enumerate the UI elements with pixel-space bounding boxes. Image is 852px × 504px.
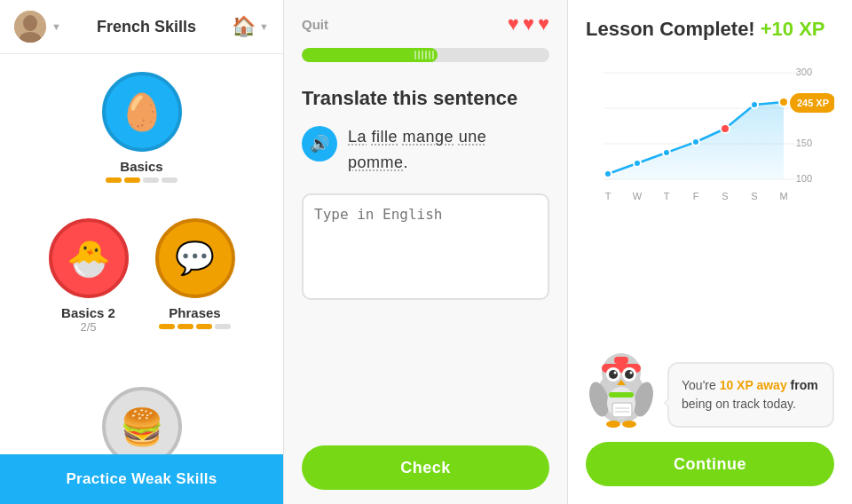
message-part2: being on track today.	[682, 397, 796, 411]
progress-track	[302, 48, 549, 62]
svg-text:S: S	[751, 191, 757, 201]
skill-basics2[interactable]: 🐣 Basics 2 2/5	[49, 218, 129, 334]
svg-text:T: T	[664, 191, 670, 201]
skill-row-1: 🐣 Basics 2 2/5 💬 Phrases	[49, 218, 235, 351]
svg-point-36	[614, 372, 617, 374]
left-header: ▼ French Skills 🏠 ▼	[0, 0, 283, 54]
message-bubble: You're 10 XP away from being on track to…	[667, 362, 834, 428]
svg-text:300: 300	[796, 67, 812, 77]
svg-text:S: S	[722, 191, 728, 201]
middle-panel: Quit ♥ ♥ ♥ Translate this sentence 🔊	[284, 0, 568, 504]
mid-header: Quit ♥ ♥ ♥	[284, 0, 567, 48]
chevron-down-icon: ▼	[259, 21, 269, 32]
shop-area[interactable]: 🏠 ▼	[232, 15, 269, 38]
speaker-button[interactable]: 🔊	[302, 126, 337, 161]
shop-icon: 🏠	[232, 15, 256, 38]
svg-text:245 XP: 245 XP	[797, 98, 829, 108]
left-panel: ▼ French Skills 🏠 ▼ 🥚 Basics	[0, 0, 284, 504]
translate-label: Translate this sentence	[302, 87, 549, 110]
lesson-complete-header: Lesson Complete! +10 XP	[586, 18, 834, 41]
basics-label: Basics	[120, 159, 162, 174]
svg-point-1	[23, 15, 37, 31]
heart-1: ♥	[508, 12, 519, 35]
heart-2: ♥	[523, 12, 534, 35]
svg-point-25	[779, 98, 788, 106]
phrases-progress	[159, 324, 231, 329]
progress-fill	[302, 48, 438, 62]
right-panel: Lesson Complete! +10 XP 300 200 150 100 …	[568, 0, 852, 504]
skill-phrases[interactable]: 💬 Phrases	[155, 218, 235, 334]
page-title: French Skills	[97, 18, 196, 36]
message-part1: You're	[682, 378, 720, 392]
mid-footer: Check	[284, 431, 567, 504]
skill-basics[interactable]: 🥚 Basics	[102, 72, 182, 183]
svg-point-21	[663, 149, 670, 156]
left-chevron-icon: ▼	[51, 21, 61, 32]
svg-point-43	[606, 421, 620, 428]
basics2-circle: 🐣	[49, 218, 129, 298]
xp-chart: 300 200 150 100 T W T F S S M	[586, 55, 834, 232]
svg-point-37	[630, 372, 633, 374]
phrases-circle: 💬	[155, 218, 235, 298]
phrases-label: Phrases	[169, 305, 220, 320]
svg-rect-45	[612, 403, 632, 417]
basics-progress	[106, 177, 178, 183]
lesson-complete-text: Lesson Complete!	[586, 18, 755, 41]
hearts-display: ♥ ♥ ♥	[508, 12, 549, 35]
sentence-text: La fille mange unepomme.	[348, 124, 486, 176]
svg-text:100: 100	[796, 173, 812, 184]
xp-gain-badge: +10 XP	[761, 18, 825, 41]
owl-illustration	[586, 339, 657, 428]
practice-weak-skills-button[interactable]: Practice Weak Skills	[0, 454, 283, 504]
chart-svg: 300 200 150 100 T W T F S S M	[586, 55, 834, 232]
svg-text:F: F	[693, 191, 699, 201]
svg-text:T: T	[605, 191, 611, 201]
quit-button[interactable]: Quit	[302, 17, 328, 32]
mid-content: Translate this sentence 🔊 La fille mange…	[284, 73, 567, 431]
svg-point-34	[609, 370, 618, 379]
svg-point-24	[751, 101, 758, 108]
basics2-label: Basics 2	[61, 305, 115, 320]
speaker-icon: 🔊	[310, 134, 329, 154]
message-bold: from	[787, 378, 818, 392]
svg-text:150: 150	[796, 138, 812, 148]
svg-text:W: W	[633, 191, 643, 201]
owl-message-row: You're 10 XP away from being on track to…	[586, 250, 834, 428]
owl-svg	[586, 339, 657, 428]
svg-point-44	[622, 421, 636, 428]
avatar[interactable]	[14, 11, 46, 43]
continue-button[interactable]: Continue	[586, 442, 834, 486]
sentence-row: 🔊 La fille mange unepomme.	[302, 124, 549, 176]
answer-input[interactable]	[302, 193, 549, 300]
skills-list: 🥚 Basics 🐣 Basics 2 2/5	[0, 54, 283, 504]
svg-rect-31	[614, 357, 628, 364]
svg-point-35	[625, 370, 634, 379]
svg-text:M: M	[779, 191, 787, 201]
check-button[interactable]: Check	[302, 445, 549, 490]
basics-circle: 🥚	[102, 72, 182, 152]
basics2-sub: 2/5	[80, 320, 96, 334]
message-xp: 10 XP away	[720, 378, 787, 392]
svg-point-19	[604, 170, 611, 177]
heart-3: ♥	[538, 12, 549, 35]
svg-rect-42	[609, 392, 634, 398]
svg-point-22	[692, 138, 699, 146]
progress-bar-container	[284, 48, 567, 73]
svg-point-20	[634, 160, 641, 167]
svg-point-23	[721, 124, 730, 133]
